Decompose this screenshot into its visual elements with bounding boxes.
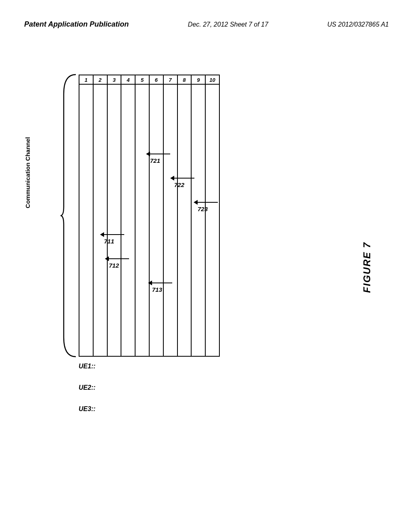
arrowhead-723	[194, 200, 198, 205]
arrow-712: 712	[105, 256, 129, 269]
arrowhead-722	[170, 176, 174, 181]
channel-col-label-3: 3	[108, 75, 121, 85]
arrow-711-label: 711	[104, 238, 114, 245]
arrowhead-713	[148, 281, 152, 285]
arrowhead-721	[146, 152, 150, 156]
channel-col-2: 2	[94, 75, 108, 356]
arrow-722: 722	[170, 176, 194, 188]
publication-title: Patent Application Publication	[24, 20, 129, 29]
brace-icon	[60, 74, 80, 357]
channel-col-9: 9	[192, 75, 206, 356]
channel-col-8: 8	[178, 75, 192, 356]
channel-col-4: 4	[121, 75, 136, 356]
channel-col-10: 10	[206, 75, 219, 356]
channel-col-label-1: 1	[79, 75, 93, 85]
arrow-line-711	[104, 234, 124, 235]
channel-col-label-5: 5	[136, 75, 149, 85]
channel-col-label-2: 2	[94, 75, 107, 85]
comm-channel-label: Communication Channel	[24, 137, 31, 208]
channel-grid: 12345678910	[79, 75, 220, 357]
figure-label: FIGURE 7	[361, 242, 373, 293]
arrow-721-label: 721	[150, 157, 160, 164]
arrow-line-721	[150, 154, 170, 154]
arrow-723: 723	[194, 200, 218, 212]
arrowhead-711	[100, 232, 104, 237]
ue2-label: UE2::	[79, 384, 96, 391]
channel-col-label-10: 10	[206, 75, 219, 85]
channel-col-label-8: 8	[178, 75, 191, 85]
arrow-712-label: 712	[109, 262, 119, 269]
page-header: Patent Application Publication Dec. 27, …	[0, 20, 413, 29]
arrowhead-712	[105, 256, 109, 261]
publication-number: US 2012/0327865 A1	[327, 21, 389, 28]
arrow-line-722	[174, 178, 194, 179]
arrow-711: 711	[100, 232, 124, 245]
ue-labels-container: UE1:: UE2:: UE3::	[79, 363, 96, 413]
publication-date-sheet: Dec. 27, 2012 Sheet 7 of 17	[188, 21, 268, 28]
channel-col-label-4: 4	[121, 75, 135, 85]
arrow-713: 713	[148, 281, 172, 293]
ue3-label: UE3::	[79, 405, 96, 413]
channel-col-label-7: 7	[164, 75, 177, 85]
ue1-label: UE1::	[79, 363, 96, 370]
channel-col-label-9: 9	[192, 75, 205, 85]
channel-col-7: 7	[164, 75, 178, 356]
arrow-721: 721	[146, 152, 170, 164]
arrow-line-713	[152, 283, 172, 283]
arrow-line-712	[109, 258, 129, 259]
channel-col-5: 5	[136, 75, 150, 356]
channel-col-label-6: 6	[150, 75, 163, 85]
channel-columns: 12345678910	[79, 75, 220, 357]
channel-col-3: 3	[108, 75, 122, 356]
channel-col-6: 6	[150, 75, 164, 356]
arrow-line-723	[198, 202, 218, 203]
arrow-722-label: 722	[174, 181, 184, 188]
channel-col-1: 1	[79, 75, 94, 356]
arrow-713-label: 713	[152, 286, 162, 293]
arrow-723-label: 723	[198, 206, 208, 212]
